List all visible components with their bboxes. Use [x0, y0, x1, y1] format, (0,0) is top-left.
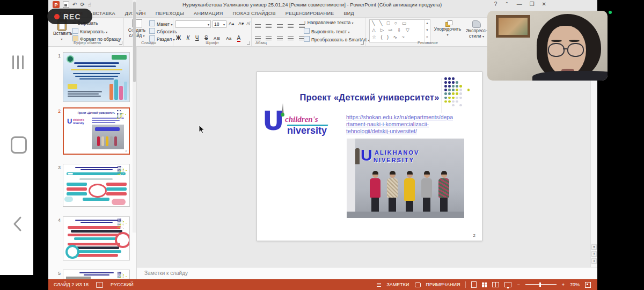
editor-scrollbar[interactable]: ▼ ↟ ↡	[590, 47, 597, 279]
group-paragraph: ↕ Направление текста ▾ Выровнять текст ▾…	[252, 18, 365, 46]
language-indicator[interactable]: РУССКИЙ	[111, 282, 134, 287]
slide-thumbnail-4[interactable]	[63, 216, 130, 260]
back-icon[interactable]	[12, 216, 24, 232]
notes-pane[interactable]: Заметки к слайду	[137, 267, 597, 279]
clear-formatting-button[interactable]: А̸	[246, 21, 250, 26]
new-slide-button[interactable]: Создатьслайд ▾	[127, 19, 147, 38]
photo-sign-u: U	[361, 146, 372, 164]
notes-toggle[interactable]: ЗАМЕТКИ	[386, 282, 409, 287]
letterbox-left	[33, 0, 48, 290]
tab-animations[interactable]: АНИМАЦИЯ	[189, 10, 228, 17]
hyperlink[interactable]: https://shokan.edu.kz/ru/departments/dep…	[346, 114, 470, 135]
shapes-gallery[interactable]: ╲ ╲ □ ○ ▭ △ ▷ ⇨ ⇩ ▽ ☆ ( ) ∿ ~ ▲▼≡	[369, 19, 430, 42]
person-4	[420, 172, 434, 212]
layout-icon	[149, 20, 155, 26]
grow-font-button[interactable]: А▴	[229, 21, 235, 26]
font-dialog-launcher[interactable]	[247, 41, 250, 45]
recents-icon[interactable]	[11, 55, 25, 71]
arrange-icon	[445, 20, 450, 25]
arrange-button[interactable]: Упорядочить▾	[433, 20, 463, 37]
comments-toggle[interactable]: ПРИМЕЧАНИЯ	[426, 282, 460, 287]
quick-styles-button[interactable]: Экспресс-стили ▾	[465, 20, 488, 39]
fit-to-window-button[interactable]	[585, 282, 591, 288]
slide-title[interactable]: Проект «Детский университет»	[257, 92, 482, 103]
previous-slide-button[interactable]: ↟	[591, 251, 597, 257]
tab-view[interactable]: ВИД	[339, 10, 359, 17]
zoom-slider[interactable]	[525, 284, 557, 285]
glasses-lens	[548, 43, 565, 57]
save-icon[interactable]	[63, 2, 69, 8]
font-name-combo[interactable]: ▾	[175, 20, 211, 28]
increase-indent-icon[interactable]	[288, 24, 294, 29]
photo-sign-line2: NIVERSITY	[374, 157, 414, 163]
home-icon[interactable]	[11, 136, 27, 154]
group-label-paragraph: Абзац	[252, 40, 368, 45]
reading-view-button[interactable]	[492, 282, 499, 287]
scroll-down-button[interactable]: ▼	[591, 244, 597, 250]
thumbnail-scrollbar[interactable]	[133, 0, 136, 233]
logo-niversity-text: niversity	[287, 125, 327, 136]
slide-thumbnail-2-selected[interactable]: Проект «Детский университет» U children'…	[63, 107, 130, 155]
font-size-combo[interactable]: 18▾	[213, 20, 226, 28]
presenter-webcam[interactable]	[487, 11, 608, 81]
zoom-slider-thumb[interactable]	[539, 282, 541, 287]
slide-counter: СЛАЙД 2 ИЗ 18	[54, 282, 89, 287]
shapes-scroll[interactable]: ▲▼≡	[424, 20, 430, 42]
reset-button[interactable]: Сбросить	[149, 28, 177, 34]
group-label-clipboard: Буфер обмена	[51, 40, 123, 45]
thumb-dots-decor	[117, 110, 127, 121]
minimize-button[interactable]: —	[517, 1, 522, 7]
rec-label: REC	[63, 12, 81, 21]
normal-view-button[interactable]	[471, 281, 477, 288]
slide-thumbnail-3[interactable]	[63, 164, 130, 207]
zoom-in-button[interactable]: +	[562, 282, 565, 287]
slideshow-button[interactable]	[504, 282, 511, 287]
slide-thumbnail-1[interactable]	[63, 52, 130, 102]
group-label-font: Шрифт	[173, 40, 251, 45]
help-button[interactable]: ?	[494, 1, 497, 7]
comments-icon[interactable]	[415, 282, 421, 287]
android-nav-bar	[0, 0, 33, 290]
decrease-indent-icon[interactable]	[277, 24, 283, 29]
slide-canvas[interactable]: Проект «Детский университет» U children'…	[257, 71, 482, 241]
logo-childrens-text: children's	[285, 115, 318, 124]
slide-sorter-view-button[interactable]	[482, 282, 487, 287]
slide-thumbnail-5[interactable]	[63, 270, 130, 279]
screen-corner-top	[0, 0, 33, 15]
reset-icon	[149, 28, 155, 34]
presenter-eyebrow	[569, 40, 580, 42]
next-slide-button[interactable]: ↡	[591, 258, 597, 264]
photo-sign-line1: ALIKHANOV	[375, 149, 419, 156]
clipboard-dialog-launcher[interactable]	[119, 41, 122, 45]
notes-toggle-icon[interactable]	[377, 282, 381, 287]
close-button[interactable]: ✕	[542, 1, 546, 7]
undo-icon[interactable]: ↶	[72, 2, 77, 8]
tab-transitions[interactable]: ПЕРЕХОДЫ	[151, 10, 189, 17]
redo-icon[interactable]: ⟳	[80, 2, 84, 8]
person-2	[385, 172, 399, 212]
childrens-university-logo: U	[262, 105, 284, 136]
presenter-eyebrow	[551, 40, 562, 42]
university-photo[interactable]: U ALIKHANOV NIVERSITY	[347, 139, 464, 218]
shrink-font-button[interactable]: А▾	[238, 21, 244, 26]
zoom-out-button[interactable]: −	[517, 282, 519, 287]
paragraph-dialog-launcher[interactable]	[361, 41, 364, 45]
tab-insert[interactable]: ВСТАВКА	[87, 10, 120, 17]
touch-mode-icon[interactable]: ☝	[88, 2, 91, 8]
thumb-dots-decor	[118, 272, 127, 279]
zoom-level[interactable]: 70%	[570, 282, 580, 287]
text-direction-button[interactable]: ↕ Направление текста ▾	[304, 20, 354, 25]
thumb-number-2: 2	[58, 108, 61, 114]
powerpoint-icon[interactable]: P	[53, 1, 60, 8]
copy-button[interactable]: Копировать ▾	[72, 28, 107, 34]
align-text-button[interactable]: Выровнять текст ▾	[304, 28, 350, 34]
ribbon-options-button[interactable]: ⌃	[504, 1, 509, 7]
numbering-icon[interactable]	[266, 24, 272, 29]
proofing-icon[interactable]	[96, 282, 103, 288]
window-title: Нурмуханбетова Уаликанов универ 25.01.24…	[134, 2, 490, 8]
tab-review[interactable]: РЕЦЕНЗИРОВАНИЕ	[281, 10, 339, 17]
bullets-icon[interactable]	[255, 24, 261, 29]
restore-button[interactable]: ❐	[530, 1, 535, 7]
layout-button[interactable]: Макет ▾	[149, 20, 172, 27]
tab-slideshow[interactable]: ПОКАЗ СЛАЙДОВ	[228, 10, 281, 17]
